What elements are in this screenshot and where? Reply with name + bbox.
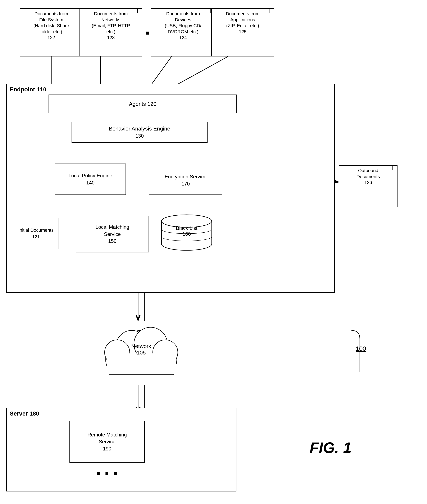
- initial-docs-box: Initial Documents 121: [13, 218, 59, 249]
- doc-source-123-number: 123: [107, 35, 115, 40]
- server-container: Server 180 Remote MatchingService 190 ■ …: [6, 408, 236, 491]
- behavior-label: Behavior Analysis Engine: [109, 125, 170, 132]
- behavior-number: 130: [109, 132, 170, 139]
- server-dots: ■ ■ ■: [97, 470, 119, 477]
- doc-source-124-label: Documents from Devices (USB, Floppy CD/ …: [165, 11, 201, 34]
- outbound-docs-box: Outbound Documents 126: [339, 165, 397, 207]
- server-label: Server 180: [10, 410, 39, 417]
- system-label: 100: [356, 345, 366, 352]
- network-cloud: Network 105: [90, 312, 192, 385]
- endpoint-label: Endpoint 110: [10, 86, 46, 93]
- doc-source-122-number: 122: [47, 35, 55, 40]
- doc-source-123-label: Documents from Networks (Email, FTP, HTT…: [92, 11, 130, 34]
- doc-source-124: Documents from Devices (USB, Floppy CD/ …: [151, 8, 215, 56]
- remote-matching-box: Remote MatchingService 190: [69, 421, 145, 463]
- doc-source-122-label: Documents from File System (Hard disk, S…: [33, 11, 69, 34]
- doc-source-124-number: 124: [179, 35, 187, 40]
- local-matching-number: 150: [95, 238, 129, 245]
- doc-source-122: Documents from File System (Hard disk, S…: [20, 8, 83, 56]
- diagram: Documents from File System (Hard disk, S…: [0, 0, 427, 504]
- network-label: Network: [90, 343, 192, 349]
- agents-box: Agents 120: [49, 95, 237, 113]
- blacklist-label: Black List: [160, 225, 214, 231]
- svg-rect-30: [107, 354, 176, 385]
- doc-source-125-number: 125: [239, 29, 247, 34]
- local-matching-label: Local MatchingService: [95, 224, 129, 238]
- local-policy-number: 140: [69, 179, 112, 186]
- agents-label: Agents 120: [129, 100, 156, 108]
- encryption-label: Encryption Service: [165, 173, 206, 180]
- initial-docs-label: Initial Documents: [18, 227, 54, 233]
- doc-source-123: Documents from Networks (Email, FTP, HTT…: [79, 8, 142, 56]
- local-policy-label: Local Policy Engine: [69, 172, 112, 179]
- doc-source-125: Documents from Applications (ZIP, Editor…: [211, 8, 274, 56]
- encryption-box: Encryption Service 170: [149, 166, 222, 195]
- endpoint-container: Endpoint 110 Agents 120 Behavior Analysi…: [6, 84, 335, 293]
- fig-label: FIG. 1: [310, 439, 351, 456]
- doc-source-125-label: Documents from Applications (ZIP, Editor…: [226, 11, 259, 28]
- outbound-docs-number: 126: [341, 180, 395, 186]
- remote-matching-label: Remote MatchingService: [87, 431, 127, 445]
- blacklist-number: 160: [160, 231, 214, 237]
- local-policy-box: Local Policy Engine 140: [55, 164, 126, 195]
- initial-docs-number: 121: [18, 233, 54, 240]
- encryption-number: 170: [165, 180, 206, 187]
- network-number: 105: [90, 349, 192, 356]
- remote-matching-number: 190: [87, 445, 127, 452]
- behavior-analysis-box: Behavior Analysis Engine 130: [72, 122, 207, 143]
- local-matching-box: Local MatchingService 150: [76, 216, 149, 252]
- outbound-docs-label: Outbound Documents: [341, 168, 395, 180]
- blacklist-db: Black List 160: [160, 213, 214, 252]
